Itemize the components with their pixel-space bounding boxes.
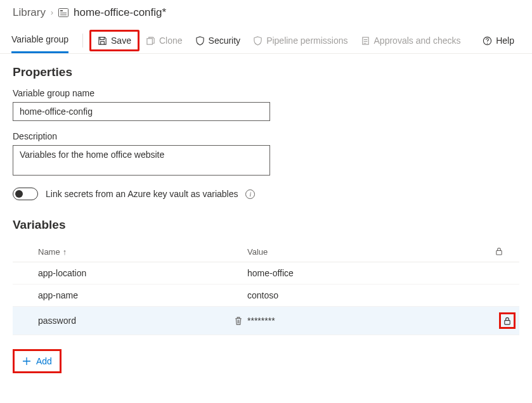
- chevron-right-icon: ›: [51, 8, 53, 17]
- clone-button[interactable]: Clone: [139, 32, 189, 49]
- toolbar-divider: [82, 34, 83, 48]
- variable-row[interactable]: app-location home-office: [13, 262, 519, 285]
- column-header-lock: [495, 247, 519, 257]
- security-label: Security: [209, 35, 241, 46]
- sort-asc-icon: ↑: [63, 247, 67, 257]
- help-button[interactable]: Help: [476, 32, 521, 49]
- help-icon: [483, 36, 492, 46]
- variables-heading: Variables: [13, 218, 519, 232]
- variable-name[interactable]: app-name: [38, 290, 247, 300]
- variable-row[interactable]: app-name contoso: [13, 285, 519, 307]
- variable-group-icon: [58, 8, 68, 17]
- add-button[interactable]: Add: [13, 349, 62, 373]
- variable-name[interactable]: password: [38, 316, 230, 326]
- description-label: Description: [13, 131, 519, 141]
- delete-icon[interactable]: [230, 316, 247, 326]
- clone-label: Clone: [159, 35, 183, 46]
- breadcrumb-root[interactable]: Library: [13, 6, 46, 19]
- variables-header-row: Name ↑ Value: [13, 241, 519, 262]
- lock-icon[interactable]: [499, 312, 516, 329]
- shield-outline-icon: [253, 36, 263, 46]
- pipeline-permissions-label: Pipeline permissions: [266, 35, 347, 46]
- checklist-icon: [361, 36, 370, 46]
- help-label: Help: [496, 35, 514, 46]
- link-secrets-toggle[interactable]: [13, 188, 38, 200]
- svg-rect-8: [496, 251, 502, 255]
- info-icon[interactable]: i: [245, 189, 255, 199]
- breadcrumb: Library › home-office-config*: [0, 0, 532, 23]
- variable-value[interactable]: contoso: [247, 290, 495, 300]
- svg-rect-3: [60, 15, 67, 15]
- content-area: Properties Variable group name Descripti…: [0, 54, 532, 385]
- variable-group-name-input[interactable]: [13, 102, 270, 121]
- tab-variable-group[interactable]: Variable group: [11, 28, 68, 53]
- toggle-knob: [15, 190, 23, 198]
- save-icon: [98, 36, 107, 46]
- lock-cell[interactable]: [495, 312, 519, 329]
- clone-icon: [146, 36, 155, 46]
- svg-point-7: [487, 42, 488, 44]
- description-input[interactable]: Variables for the home office website: [13, 145, 270, 176]
- approvals-label: Approvals and checks: [374, 35, 461, 46]
- variable-group-name-label: Variable group name: [13, 88, 519, 98]
- variable-row[interactable]: password ********: [13, 307, 519, 335]
- properties-heading: Properties: [13, 65, 519, 79]
- variable-name[interactable]: app-location: [38, 268, 247, 278]
- security-button[interactable]: Security: [189, 32, 247, 49]
- svg-rect-1: [60, 10, 63, 11]
- add-label: Add: [36, 356, 52, 366]
- shield-icon: [195, 36, 205, 46]
- toolbar: Variable group Save Clone Security Pipel…: [0, 23, 532, 54]
- save-button[interactable]: Save: [89, 30, 139, 51]
- svg-rect-9: [505, 320, 510, 324]
- pipeline-permissions-button[interactable]: Pipeline permissions: [247, 32, 354, 49]
- variables-table: Name ↑ Value app-location home-office ap…: [13, 241, 519, 335]
- column-header-value[interactable]: Value: [247, 247, 495, 257]
- column-header-name[interactable]: Name ↑: [13, 247, 247, 257]
- plus-icon: [22, 357, 31, 366]
- link-secrets-label: Link secrets from an Azure key vault as …: [46, 189, 238, 199]
- svg-rect-4: [147, 38, 152, 44]
- svg-rect-2: [60, 13, 67, 13]
- approvals-button[interactable]: Approvals and checks: [354, 32, 467, 49]
- save-label: Save: [111, 35, 131, 46]
- page-title: home-office-config*: [74, 6, 166, 19]
- variable-value[interactable]: home-office: [247, 268, 495, 278]
- variable-value[interactable]: ********: [247, 316, 495, 326]
